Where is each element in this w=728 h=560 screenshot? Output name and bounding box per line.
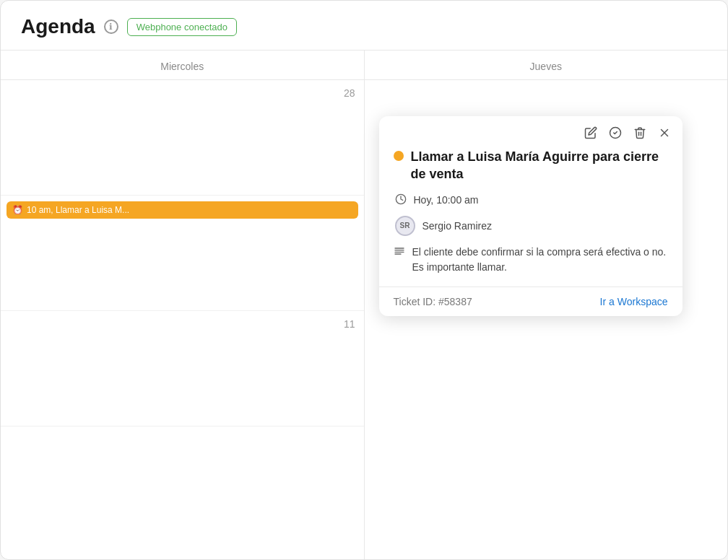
delete-button[interactable] xyxy=(633,126,646,139)
note-text: El cliente debe confirmar si la compra s… xyxy=(412,245,668,275)
day-number-28-row: 28 xyxy=(1,80,364,196)
popup-toolbar xyxy=(379,116,682,146)
popup-body: Llamar a Luisa María Aguirre para cierre… xyxy=(379,146,682,286)
assignee-name: Sergio Ramirez xyxy=(422,220,492,232)
popup-title: Llamar a Luisa María Aguirre para cierre… xyxy=(411,148,668,183)
page-title: Agenda xyxy=(21,15,95,38)
avatar: SR xyxy=(395,216,415,236)
day-number-11-row: 11 xyxy=(1,311,364,426)
calendar-area: Miercoles 28 04 xyxy=(1,51,727,559)
row-04: 04 ⏰ 10 am, Llamar a Luisa M... xyxy=(1,196,364,311)
time-label: Hoy, 10:00 am xyxy=(414,194,479,206)
check-button[interactable] xyxy=(609,126,622,139)
jueves-body: Llamar a Luisa María Aguirre para cierre… xyxy=(365,80,728,559)
clock-icon xyxy=(395,193,407,207)
ticket-id: Ticket ID: #58387 xyxy=(394,296,472,307)
header: Agenda ℹ Webphone conectado xyxy=(1,1,727,51)
orange-dot xyxy=(394,151,404,161)
info-icon[interactable]: ℹ xyxy=(104,19,118,34)
close-button[interactable] xyxy=(658,126,671,139)
miercoles-body: 28 04 ⏰ 10 am, Llamar a Luisa M... xyxy=(1,80,364,559)
webphone-badge: Webphone conectado xyxy=(127,18,237,36)
day-number-28: 28 xyxy=(344,87,355,99)
popup-title-row: Llamar a Luisa María Aguirre para cierre… xyxy=(394,148,668,183)
app-container: Agenda ℹ Webphone conectado Miercoles 28 xyxy=(0,0,728,560)
jueves-column: Jueves xyxy=(364,51,728,559)
row-11: 11 xyxy=(1,311,364,426)
miercoles-header: Miercoles xyxy=(1,51,364,80)
popup-assignee-row: SR Sergio Ramirez xyxy=(394,216,668,236)
edit-button[interactable] xyxy=(584,126,597,139)
jueves-header: Jueves xyxy=(365,51,728,80)
note-icon xyxy=(394,245,405,259)
event-label: 10 am, Llamar a Luisa M... xyxy=(27,205,129,215)
day-columns: Miercoles 28 04 xyxy=(1,51,727,559)
workspace-link[interactable]: Ir a Workspace xyxy=(600,296,668,307)
popup-note-row: El cliente debe confirmar si la compra s… xyxy=(394,245,668,275)
day-number-11: 11 xyxy=(344,318,355,330)
row-28: 28 xyxy=(1,80,364,196)
popup-time-row: Hoy, 10:00 am xyxy=(394,193,668,207)
miercoles-column: Miercoles 28 04 xyxy=(1,51,364,559)
alarm-icon: ⏰ xyxy=(12,205,23,215)
event-item[interactable]: ⏰ 10 am, Llamar a Luisa M... xyxy=(6,201,358,219)
popup-footer: Ticket ID: #58387 Ir a Workspace xyxy=(379,286,682,316)
event-popup: Llamar a Luisa María Aguirre para cierre… xyxy=(379,116,682,316)
